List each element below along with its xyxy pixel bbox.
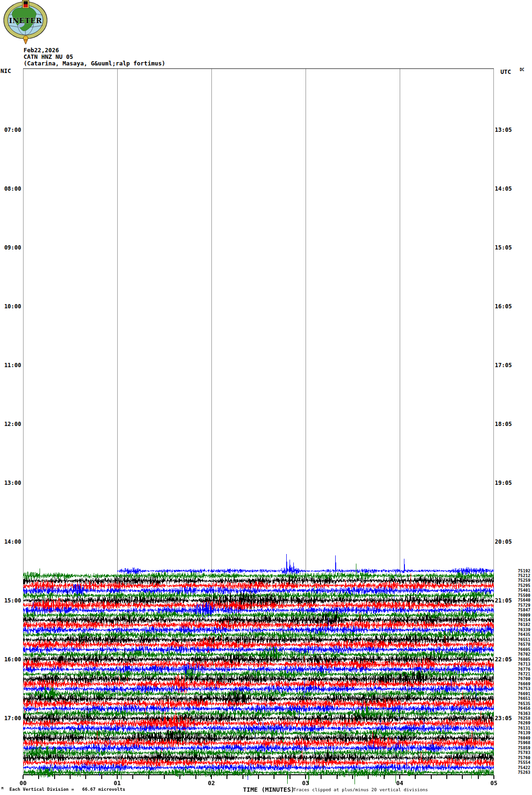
axis-tick	[117, 775, 118, 779]
axis-tick	[23, 775, 24, 779]
dc-value-label: 76456	[518, 707, 531, 711]
axis-tick	[415, 775, 416, 779]
dc-value-label: 76049	[518, 736, 531, 740]
dc-value-label: 75500	[518, 594, 531, 598]
dc-value-label: 75259	[518, 578, 531, 583]
axis-tick	[478, 775, 479, 779]
dc-value-label: 76535	[518, 702, 531, 706]
dc-value-label: 76363	[518, 712, 531, 716]
logo-flag-black	[24, 1, 28, 5]
dc-value-label: 76700	[518, 677, 531, 681]
utc-time-label: 15:05	[495, 245, 512, 250]
nic-time-label: 14:00	[0, 539, 21, 545]
right-axis-label: UTC	[500, 68, 511, 75]
nic-time-label: 11:00	[0, 362, 21, 368]
minute-label: 05	[490, 779, 497, 787]
utc-time-label: 21:05	[495, 598, 512, 603]
axis-tick	[70, 775, 71, 779]
axis-tick	[431, 775, 432, 779]
axis-tick	[148, 775, 149, 779]
nic-time-label: 12:00	[0, 421, 21, 427]
dc-value-label: 76713	[518, 662, 531, 667]
dc-value-label: 76669	[518, 682, 531, 686]
utc-time-label: 16:05	[495, 304, 512, 309]
nic-time-label: 07:00	[0, 127, 21, 133]
utc-time-label: 17:05	[495, 362, 512, 368]
logo-flag-red	[24, 4, 28, 8]
dc-value-label: 75295	[518, 584, 531, 588]
dc-value-label: 76805	[518, 658, 531, 662]
dc-value-label: 76182	[518, 623, 531, 627]
axis-tick	[305, 775, 306, 779]
dc-value-label: 76269	[518, 721, 531, 725]
axis-tick	[211, 775, 212, 779]
nic-time-label: 13:00	[0, 480, 21, 486]
minute-label: 03	[302, 779, 309, 787]
utc-time-label: 18:05	[495, 421, 512, 427]
axis-tick	[446, 775, 447, 779]
dc-value-label: 76695	[518, 648, 531, 652]
axis-tick	[352, 775, 353, 779]
axis-tick	[195, 775, 196, 779]
dc-value-label: 76702	[518, 652, 531, 657]
nic-time-label: 09:00	[0, 245, 21, 250]
axis-tick	[321, 775, 322, 779]
header-date: Feb22,2026	[24, 47, 59, 53]
helicorder-page: INETER Feb22,2026 CATN HNZ NU 05 (Catari…	[0, 0, 532, 795]
division-note: Each Vertical Division = 66.67 microvolt…	[9, 787, 125, 792]
minute-label: 00	[19, 779, 26, 787]
dc-value-label: 76131	[518, 726, 531, 731]
dc-value-label: 75401	[518, 588, 531, 593]
dc-value-label: 76435	[518, 633, 531, 637]
dc-value-label: 76551	[518, 638, 531, 642]
axis-tick	[132, 775, 133, 779]
axis-tick	[368, 775, 369, 779]
dc-value-label: 75729	[518, 603, 531, 608]
utc-time-label: 20:05	[495, 539, 512, 545]
dc-value-label: 76258	[518, 716, 531, 721]
dc-value-label: 75422	[518, 766, 531, 770]
axis-tick	[101, 775, 102, 779]
dc-value-label: 76721	[518, 672, 531, 676]
axis-tick	[85, 775, 86, 779]
utc-time-label: 14:05	[495, 186, 512, 192]
dc-value-label: 76578	[518, 642, 531, 647]
axis-tick	[179, 775, 180, 779]
dc-value-label: 75760	[518, 756, 531, 760]
axis-tick	[274, 775, 274, 779]
dc-value-label: 76154	[518, 618, 531, 622]
axis-tick	[258, 775, 259, 779]
logo-plumb-tip	[24, 40, 28, 45]
dc-value-label: 76009	[518, 613, 531, 618]
utc-time-label: 22:05	[495, 657, 512, 662]
dc-value-label: 75554	[518, 761, 531, 765]
dc-column-label: DC	[520, 68, 524, 72]
dc-value-label: 75263	[518, 771, 531, 775]
dc-value-label: 76691	[518, 692, 531, 696]
header-station: CATN HNZ NU 05	[24, 54, 73, 60]
axis-tick	[493, 775, 494, 779]
dc-value-label: 75847	[518, 608, 531, 612]
clip-note: Traces clipped at plus/minus 20 vertical…	[293, 787, 428, 792]
nic-time-label: 16:00	[0, 657, 21, 662]
dc-value-label: 76753	[518, 687, 531, 691]
dc-value-label: 75968	[518, 741, 531, 745]
axis-tick	[242, 775, 243, 779]
nic-time-label: 08:00	[0, 186, 21, 192]
left-axis-label: NIC	[0, 67, 11, 74]
nic-time-label: 17:00	[0, 715, 21, 721]
utc-time-label: 23:05	[495, 715, 512, 721]
x-axis-title: TIME (MINUTES)	[243, 786, 295, 793]
dc-value-label: 75212	[518, 574, 531, 578]
axis-tick	[164, 775, 165, 779]
utc-time-label: 13:05	[495, 127, 512, 133]
dc-value-label: 76651	[518, 697, 531, 701]
corner-glyph: M	[1, 787, 3, 790]
dc-value-label: 75640	[518, 598, 531, 602]
utc-time-label: 19:05	[495, 480, 512, 486]
minute-label: 02	[208, 779, 215, 787]
axis-tick	[399, 775, 400, 779]
dc-value-label: 76339	[518, 628, 531, 632]
axis-tick	[384, 775, 385, 779]
axis-tick	[337, 775, 338, 779]
